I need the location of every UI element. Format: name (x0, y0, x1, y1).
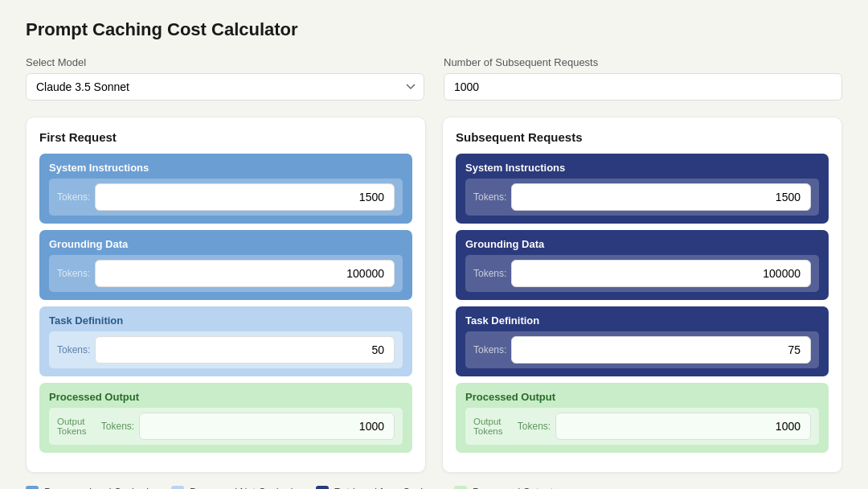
subseq-output-subtitle: Output Tokens (473, 417, 518, 436)
subseq-output-block: Processed Output Output Tokens Tokens: (456, 383, 829, 453)
subseq-grounding-inner: Tokens: (465, 255, 819, 292)
subseq-output-title: Processed Output (465, 391, 819, 403)
first-output-block: Processed Output Output Tokens Tokens: (39, 383, 412, 453)
model-select-group: Select Model Claude 3.5 Sonnet Claude 3 … (26, 56, 424, 101)
subseq-grounding-title: Grounding Data (465, 238, 819, 250)
first-task-tokens-input[interactable] (95, 336, 395, 364)
legend-output-dot (454, 486, 467, 489)
subseq-task-tokens-label: Tokens: (473, 344, 506, 355)
first-output-title: Processed Output (49, 391, 403, 403)
first-task-title: Task Definition (49, 314, 403, 327)
subseq-task-tokens-input[interactable] (511, 336, 811, 364)
legend-cached-dot (26, 486, 39, 489)
legend-cached: Processed and Cached (26, 486, 149, 489)
panels-row: First Request System Instructions Tokens… (26, 117, 842, 473)
first-task-inner: Tokens: (49, 331, 403, 368)
model-select-input[interactable]: Claude 3.5 Sonnet Claude 3 Opus Claude 3… (26, 73, 424, 101)
subseq-grounding-block: Grounding Data Tokens: (456, 230, 829, 300)
subseq-grounding-tokens-input[interactable] (511, 260, 811, 287)
legend-retrieved: Retrieved from Cache (316, 486, 432, 489)
first-output-inner: Output Tokens Tokens: (49, 408, 403, 445)
subseq-sys-block: System Instructions Tokens: (456, 154, 829, 224)
top-controls: Select Model Claude 3.5 Sonnet Claude 3 … (26, 56, 842, 101)
subseq-output-tokens-label: Tokens: (518, 421, 551, 432)
first-sys-block: System Instructions Tokens: (39, 154, 412, 224)
first-grounding-title: Grounding Data (49, 238, 403, 250)
first-grounding-block: Grounding Data Tokens: (39, 230, 412, 300)
subsequent-requests-panel: Subsequent Requests System Instructions … (442, 117, 842, 473)
first-request-panel: First Request System Instructions Tokens… (26, 117, 426, 473)
legend-not-cached: Processed Not Cached (171, 486, 293, 489)
subsequent-requests-panel-title: Subsequent Requests (456, 130, 829, 144)
page-title: Prompt Caching Cost Calculator (26, 19, 842, 40)
subseq-task-block: Task Definition Tokens: (456, 306, 829, 376)
first-sys-tokens-label: Tokens: (57, 191, 90, 203)
model-select-label: Select Model (26, 56, 424, 68)
first-sys-tokens-input[interactable] (95, 183, 395, 211)
legend-not-cached-dot (171, 486, 184, 489)
subseq-grounding-tokens-label: Tokens: (473, 268, 506, 279)
first-sys-inner: Tokens: (49, 179, 403, 216)
subseq-task-title: Task Definition (465, 314, 819, 327)
legend-row: Processed and Cached Processed Not Cache… (26, 486, 842, 489)
first-output-tokens-label: Tokens: (101, 421, 134, 432)
first-task-tokens-label: Tokens: (57, 344, 90, 355)
legend-output: Processed Output (454, 486, 553, 489)
subseq-sys-inner: Tokens: (465, 179, 819, 216)
first-grounding-tokens-input[interactable] (95, 260, 395, 287)
legend-retrieved-dot (316, 486, 329, 489)
first-grounding-inner: Tokens: (49, 255, 403, 292)
subsequent-requests-label: Number of Subsequent Requests (444, 56, 842, 68)
subseq-task-inner: Tokens: (465, 331, 819, 368)
subseq-sys-tokens-label: Tokens: (473, 191, 506, 203)
first-output-subtitle: Output Tokens (57, 417, 101, 436)
subseq-sys-title: System Instructions (465, 162, 819, 174)
first-grounding-tokens-label: Tokens: (57, 268, 90, 279)
subseq-output-inner: Output Tokens Tokens: (465, 408, 819, 445)
first-sys-title: System Instructions (49, 162, 403, 174)
subsequent-requests-input[interactable] (444, 73, 842, 101)
subsequent-requests-group: Number of Subsequent Requests (444, 56, 842, 101)
first-request-title: First Request (39, 130, 412, 144)
subseq-output-tokens-input[interactable] (555, 413, 811, 440)
first-output-tokens-input[interactable] (139, 413, 395, 440)
subseq-sys-tokens-input[interactable] (511, 183, 811, 211)
first-task-block: Task Definition Tokens: (39, 306, 412, 376)
